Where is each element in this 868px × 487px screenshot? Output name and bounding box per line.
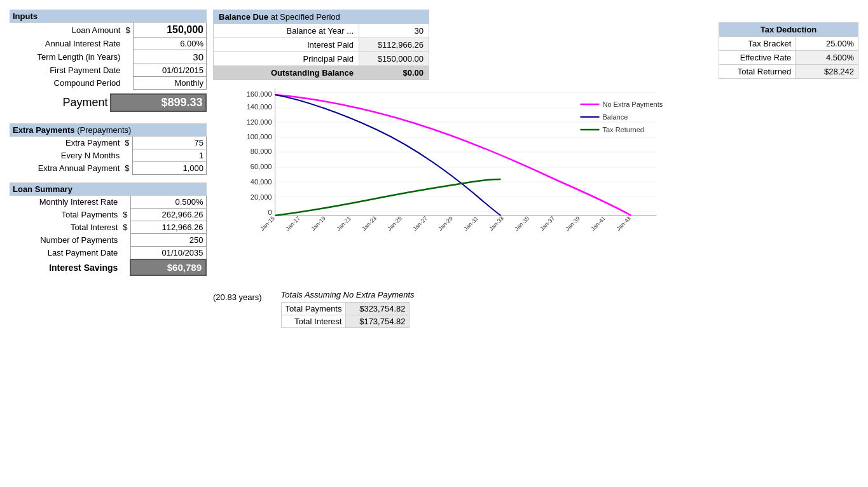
last-payment-label: Last Payment Date [10, 247, 121, 260]
monthly-rate-spacer [120, 196, 130, 209]
balance-year-value[interactable]: 30 [359, 24, 429, 38]
extra-annual-label: Extra Annual Payment [10, 162, 123, 175]
svg-text:Jan-35: Jan-35 [513, 215, 530, 232]
svg-text:120,000: 120,000 [247, 118, 272, 126]
svg-text:20,000: 20,000 [251, 193, 272, 201]
totals-payments-value: $323,754.82 [346, 303, 410, 315]
extra-annual-dollar: $ [122, 162, 132, 175]
svg-text:Jan-37: Jan-37 [539, 215, 556, 232]
legend-tax-returned: Tax Returned [603, 126, 644, 134]
balance-due-table: Balance Due at Specified Period Balance … [213, 10, 429, 80]
compound-spacer [123, 77, 133, 90]
effective-rate-value: 4.500% [796, 51, 858, 65]
bottom-area: (20.83 years) Totals Assuming No Extra P… [213, 290, 706, 328]
compound-label: Compound Period [10, 77, 123, 90]
svg-text:Jan-33: Jan-33 [488, 215, 505, 232]
total-interest-dollar: $ [120, 221, 130, 234]
tax-bracket-value[interactable]: 25.00% [796, 37, 858, 51]
tax-bracket-label: Tax Bracket [719, 37, 796, 51]
svg-text:160,000: 160,000 [247, 90, 272, 98]
legend-no-extra: No Extra Payments [603, 100, 663, 108]
interest-paid-value: $112,966.26 [359, 38, 429, 52]
first-payment-value[interactable]: 01/01/2015 [133, 64, 206, 77]
first-payment-label: First Payment Date [10, 64, 123, 77]
extra-payments-table: Extra Payments (Prepayments) Extra Payme… [10, 123, 207, 175]
extra-payment-label: Extra Payment [10, 137, 123, 149]
right-panel: Tax Deduction Tax Bracket 25.00% Effecti… [712, 10, 858, 79]
svg-text:Jan-15: Jan-15 [259, 215, 276, 232]
effective-rate-label: Effective Rate [719, 51, 796, 65]
extra-payment-value[interactable]: 75 [132, 137, 206, 149]
svg-text:Jan-41: Jan-41 [589, 215, 607, 232]
num-payments-spacer [120, 234, 130, 247]
svg-text:Jan-39: Jan-39 [564, 215, 581, 232]
total-interest-label: Total Interest [10, 221, 121, 234]
every-n-label: Every N Months [10, 149, 123, 162]
principal-paid-value: $150,000.00 [359, 52, 429, 66]
monthly-rate-label: Monthly Interest Rate [10, 196, 121, 209]
every-n-spacer [122, 149, 132, 162]
first-payment-spacer [123, 64, 133, 77]
monthly-rate-value: 0.500% [130, 196, 206, 209]
svg-text:Jan-19: Jan-19 [310, 215, 327, 232]
center-panel: Balance Due at Specified Period Balance … [213, 10, 706, 328]
svg-text:Jan-25: Jan-25 [386, 215, 403, 232]
last-payment-value: 01/10/2035 [130, 247, 206, 260]
svg-text:Jan-43: Jan-43 [615, 215, 632, 232]
payment-value[interactable]: $899.33 [111, 94, 205, 111]
balance-due-header: Balance Due at Specified Period [214, 10, 429, 24]
outstanding-value: $0.00 [359, 66, 429, 80]
svg-text:40,000: 40,000 [251, 178, 272, 186]
totals-interest-label: Total Interest [281, 315, 346, 328]
left-panel: Inputs Loan Amount $ 150,000 Annual Inte… [10, 10, 207, 284]
svg-text:Jan-23: Jan-23 [361, 215, 378, 232]
svg-text:80,000: 80,000 [251, 147, 272, 155]
total-payments-dollar: $ [120, 209, 130, 221]
svg-text:100,000: 100,000 [247, 133, 272, 141]
totals-interest-value: $173,754.82 [346, 315, 410, 328]
interest-paid-label: Interest Paid [214, 38, 359, 52]
svg-text:140,000: 140,000 [247, 103, 272, 111]
term-spacer [123, 50, 133, 64]
svg-text:Jan-29: Jan-29 [437, 215, 454, 232]
no-extra-payments-line [275, 95, 631, 216]
num-payments-label: Number of Payments [10, 234, 121, 247]
loan-amount-value[interactable]: 150,000 [133, 23, 206, 38]
annual-rate-value[interactable]: 6.00% [133, 38, 206, 50]
term-value[interactable]: 30 [133, 50, 206, 64]
svg-text:Jan-27: Jan-27 [411, 215, 429, 232]
svg-text:60,000: 60,000 [251, 163, 272, 170]
interest-savings-value: $60,789 [130, 259, 206, 275]
total-interest-value: 112,966.26 [130, 221, 206, 234]
extra-payment-dollar: $ [122, 137, 132, 149]
num-payments-value: 250 [130, 234, 206, 247]
term-label: Term Length (in Years) [10, 50, 123, 64]
annual-rate-spacer [123, 38, 133, 50]
every-n-value[interactable]: 1 [132, 149, 206, 162]
extra-payments-header: Extra Payments (Prepayments) [10, 124, 207, 137]
chart-svg: 160,000 140,000 120,000 100,000 80,000 6… [213, 85, 706, 289]
loan-summary-header: Loan Summary [10, 183, 207, 196]
tax-deduction-table: Tax Deduction Tax Bracket 25.00% Effecti… [719, 22, 858, 79]
svg-text:Jan-17: Jan-17 [284, 215, 301, 232]
total-returned-label: Total Returned [719, 65, 796, 79]
totals-header: Totals Assuming No Extra Payments [281, 290, 415, 299]
outstanding-label: Outstanding Balance [214, 66, 359, 80]
totals-table: Total Payments $323,754.82 Total Interes… [281, 302, 410, 328]
loan-amount-label: Loan Amount [10, 23, 123, 38]
total-returned-value: $28,242 [796, 65, 858, 79]
interest-savings-spacer [120, 259, 130, 275]
tax-deduction-header: Tax Deduction [719, 23, 858, 37]
loan-summary-table: Loan Summary Monthly Interest Rate 0.500… [10, 182, 207, 276]
extra-annual-value[interactable]: 1,000 [132, 162, 206, 175]
totals-area: Totals Assuming No Extra Payments Total … [281, 290, 415, 328]
years-label: (20.83 years) [213, 290, 262, 302]
inputs-table: Inputs Loan Amount $ 150,000 Annual Inte… [10, 10, 207, 116]
annual-rate-label: Annual Interest Rate [10, 38, 123, 50]
balance-line [275, 95, 501, 216]
chart-container: 160,000 140,000 120,000 100,000 80,000 6… [213, 85, 706, 289]
principal-paid-label: Principal Paid [214, 52, 359, 66]
balance-year-label: Balance at Year ... [214, 24, 359, 38]
compound-value[interactable]: Monthly [133, 77, 206, 90]
total-payments-label: Total Payments [10, 209, 121, 221]
